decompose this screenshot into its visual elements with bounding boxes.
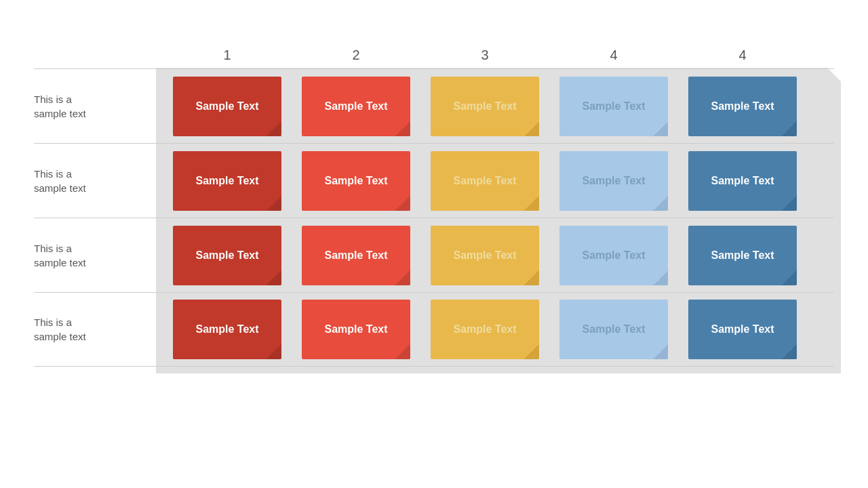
cell-4-1: Sample Text [163, 293, 292, 366]
cell-1-3: Sample Text [420, 69, 549, 143]
header-row: 12344 [163, 47, 834, 66]
card-text-2-1: Sample Text [195, 175, 258, 187]
card-2-1: Sample Text [173, 151, 281, 211]
cell-1-5: Sample Text [678, 69, 807, 143]
card-fold-1-5 [783, 123, 797, 136]
cell-3-5: Sample Text [678, 218, 807, 292]
grid-wrapper: 12344 This is asample textSample TextSam… [34, 47, 834, 367]
card-text-3-3: Sample Text [453, 249, 516, 262]
card-1-1: Sample Text [173, 77, 281, 136]
card-text-3-5: Sample Text [711, 249, 774, 262]
card-text-1-5: Sample Text [711, 100, 774, 113]
card-fold-4-1 [268, 346, 281, 359]
card-text-4-3: Sample Text [453, 323, 516, 336]
card-text-2-5: Sample Text [711, 175, 774, 187]
row-label-4: This is asample text [34, 293, 163, 366]
card-text-3-1: Sample Text [195, 249, 258, 262]
row-label-1: This is asample text [34, 69, 163, 143]
card-1-4: Sample Text [559, 77, 668, 136]
card-fold-4-3 [526, 346, 539, 359]
card-text-1-3: Sample Text [453, 100, 516, 113]
card-fold-4-2 [397, 346, 410, 359]
data-row-2: This is asample textSample TextSample Te… [34, 143, 834, 218]
card-text-2-4: Sample Text [582, 175, 645, 187]
col-header-col4a: 4 [549, 47, 678, 66]
card-1-2: Sample Text [302, 77, 410, 136]
cell-1-4: Sample Text [549, 69, 678, 143]
cell-2-1: Sample Text [163, 144, 292, 218]
card-fold-1-2 [397, 123, 410, 136]
card-fold-1-4 [654, 123, 668, 136]
cells-group-1: Sample TextSample TextSample TextSample … [163, 69, 834, 143]
cell-4-5: Sample Text [678, 293, 807, 366]
card-1-3: Sample Text [431, 77, 539, 136]
cell-2-2: Sample Text [292, 144, 420, 218]
cells-group-4: Sample TextSample TextSample TextSample … [163, 293, 834, 366]
card-3-3: Sample Text [431, 226, 539, 285]
card-text-4-1: Sample Text [195, 323, 258, 336]
card-fold-4-4 [654, 346, 668, 359]
card-4-1: Sample Text [173, 300, 281, 359]
card-4-4: Sample Text [559, 300, 668, 359]
card-text-3-4: Sample Text [582, 249, 645, 262]
card-text-3-2: Sample Text [324, 249, 387, 262]
data-row-4: This is asample textSample TextSample Te… [34, 292, 834, 367]
card-text-4-5: Sample Text [711, 323, 774, 336]
cells-group-3: Sample TextSample TextSample TextSample … [163, 218, 834, 292]
card-fold-2-2 [397, 197, 410, 211]
card-text-4-4: Sample Text [582, 323, 645, 336]
card-2-3: Sample Text [431, 151, 539, 211]
card-3-1: Sample Text [173, 226, 281, 285]
card-text-1-4: Sample Text [582, 100, 645, 113]
cell-3-2: Sample Text [292, 218, 420, 292]
card-1-5: Sample Text [688, 77, 797, 136]
card-fold-2-1 [268, 197, 281, 211]
col-header-col2: 2 [292, 47, 420, 66]
card-3-2: Sample Text [302, 226, 410, 285]
cell-3-3: Sample Text [420, 218, 549, 292]
cell-3-4: Sample Text [549, 218, 678, 292]
maturity-table: 12344 This is asample textSample TextSam… [34, 47, 834, 367]
cell-2-5: Sample Text [678, 144, 807, 218]
card-4-2: Sample Text [302, 300, 410, 359]
card-text-2-3: Sample Text [453, 175, 516, 187]
cell-1-1: Sample Text [163, 69, 292, 143]
card-fold-2-5 [783, 197, 797, 211]
row-label-2: This is asample text [34, 144, 163, 218]
card-fold-4-5 [783, 346, 797, 359]
card-4-3: Sample Text [431, 300, 539, 359]
data-row-1: This is asample textSample TextSample Te… [34, 68, 834, 143]
card-2-5: Sample Text [688, 151, 797, 211]
cell-1-2: Sample Text [292, 69, 420, 143]
col-header-col3: 3 [420, 47, 549, 66]
row-label-3: This is asample text [34, 218, 163, 292]
slide: 12344 This is asample textSample TextSam… [0, 0, 868, 488]
card-fold-1-1 [268, 123, 281, 136]
cell-4-2: Sample Text [292, 293, 420, 366]
data-row-3: This is asample textSample TextSample Te… [34, 218, 834, 292]
card-fold-1-3 [526, 123, 539, 136]
cell-4-3: Sample Text [420, 293, 549, 366]
card-fold-3-4 [654, 272, 668, 285]
cell-2-3: Sample Text [420, 144, 549, 218]
card-3-5: Sample Text [688, 226, 797, 285]
card-3-4: Sample Text [559, 226, 668, 285]
card-text-1-2: Sample Text [324, 100, 387, 113]
col-header-col1: 1 [163, 47, 292, 66]
card-fold-3-2 [397, 272, 410, 285]
card-text-2-2: Sample Text [324, 175, 387, 187]
card-2-2: Sample Text [302, 151, 410, 211]
card-4-5: Sample Text [688, 300, 797, 359]
card-fold-2-4 [654, 197, 668, 211]
card-fold-3-5 [783, 272, 797, 285]
card-fold-3-3 [526, 272, 539, 285]
card-fold-3-1 [268, 272, 281, 285]
cell-3-1: Sample Text [163, 218, 292, 292]
card-2-4: Sample Text [559, 151, 668, 211]
card-fold-2-3 [526, 197, 539, 211]
card-text-1-1: Sample Text [195, 100, 258, 113]
col-header-col4b: 4 [678, 47, 807, 66]
cells-group-2: Sample TextSample TextSample TextSample … [163, 144, 834, 218]
card-text-4-2: Sample Text [324, 323, 387, 336]
cell-2-4: Sample Text [549, 144, 678, 218]
